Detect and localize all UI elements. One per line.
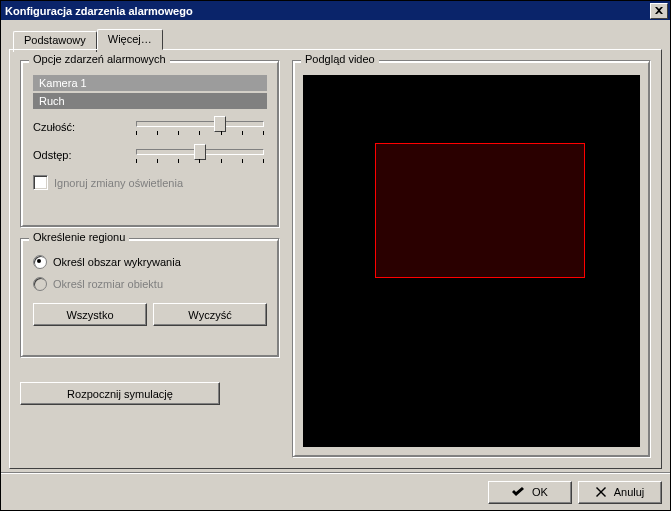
- select-all-label: Wszystko: [66, 309, 113, 321]
- start-simulation-button[interactable]: Rozpocznij symulację: [20, 382, 220, 405]
- start-simulation-label: Rozpocznij symulację: [67, 388, 173, 400]
- checkbox-icon: [33, 175, 48, 190]
- x-icon: [596, 487, 606, 497]
- radio-detect-area[interactable]: Określ obszar wykrywania: [33, 253, 267, 271]
- radio-detect-label: Określ obszar wykrywania: [53, 256, 181, 268]
- region-group: Określenie regionu Określ obszar wykrywa…: [20, 238, 280, 358]
- ok-button[interactable]: OK: [488, 481, 572, 504]
- video-preview-label: Podgląd video: [301, 53, 379, 65]
- client-area: Podstawowy Więcej… Opcje zdarzeń alarmow…: [1, 20, 670, 473]
- radio-icon: [33, 277, 47, 291]
- window-title: Konfiguracja zdarzenia alarmowego: [5, 5, 193, 17]
- detection-region[interactable]: [375, 143, 585, 278]
- simulation-row: Rozpocznij symulację: [20, 382, 280, 405]
- cancel-button[interactable]: Anuluj: [578, 481, 662, 504]
- dialog-footer: OK Anuluj: [1, 473, 670, 510]
- tab-more[interactable]: Więcej…: [97, 29, 163, 50]
- ignore-lighting-checkbox: Ignoruj zmiany oświetlenia: [33, 175, 267, 190]
- tab-panel: Opcje zdarzeń alarmowych Kamera 1 Ruch C…: [9, 49, 662, 469]
- alarm-options-group: Opcje zdarzeń alarmowych Kamera 1 Ruch C…: [20, 60, 280, 228]
- ok-label: OK: [532, 486, 548, 498]
- radio-size-label: Określ rozmiar obiektu: [53, 278, 163, 290]
- clear-button[interactable]: Wyczyść: [153, 303, 267, 326]
- ignore-lighting-label: Ignoruj zmiany oświetlenia: [54, 177, 183, 189]
- sensitivity-slider[interactable]: [133, 117, 267, 137]
- dialog-window: Konfiguracja zdarzenia alarmowego Podsta…: [0, 0, 671, 511]
- interval-label: Odstęp:: [33, 149, 133, 161]
- radio-icon: [33, 255, 47, 269]
- interval-slider[interactable]: [133, 145, 267, 165]
- check-icon: [512, 487, 524, 497]
- region-button-row: Wszystko Wyczyść: [33, 303, 267, 326]
- select-all-button[interactable]: Wszystko: [33, 303, 147, 326]
- tab-strip: Podstawowy Więcej…: [13, 29, 662, 50]
- tab-basic-label: Podstawowy: [24, 34, 86, 46]
- event-select[interactable]: Ruch: [33, 93, 267, 109]
- video-canvas[interactable]: [303, 75, 640, 447]
- right-column: Podgląd video: [292, 60, 651, 458]
- left-column: Opcje zdarzeń alarmowych Kamera 1 Ruch C…: [20, 60, 280, 458]
- radio-object-size: Określ rozmiar obiektu: [33, 275, 267, 293]
- clear-label: Wyczyść: [188, 309, 231, 321]
- event-select-value: Ruch: [39, 95, 65, 107]
- sensitivity-label: Czułość:: [33, 121, 133, 133]
- close-icon[interactable]: [650, 3, 668, 19]
- camera-select-value: Kamera 1: [39, 77, 87, 89]
- camera-select[interactable]: Kamera 1: [33, 75, 267, 91]
- sensitivity-row: Czułość:: [33, 117, 267, 137]
- titlebar: Konfiguracja zdarzenia alarmowego: [1, 1, 670, 20]
- interval-row: Odstęp:: [33, 145, 267, 165]
- video-preview-group: Podgląd video: [292, 60, 651, 458]
- region-group-label: Określenie regionu: [29, 231, 129, 243]
- alarm-options-label: Opcje zdarzeń alarmowych: [29, 53, 170, 65]
- tab-more-label: Więcej…: [108, 33, 152, 45]
- cancel-label: Anuluj: [614, 486, 645, 498]
